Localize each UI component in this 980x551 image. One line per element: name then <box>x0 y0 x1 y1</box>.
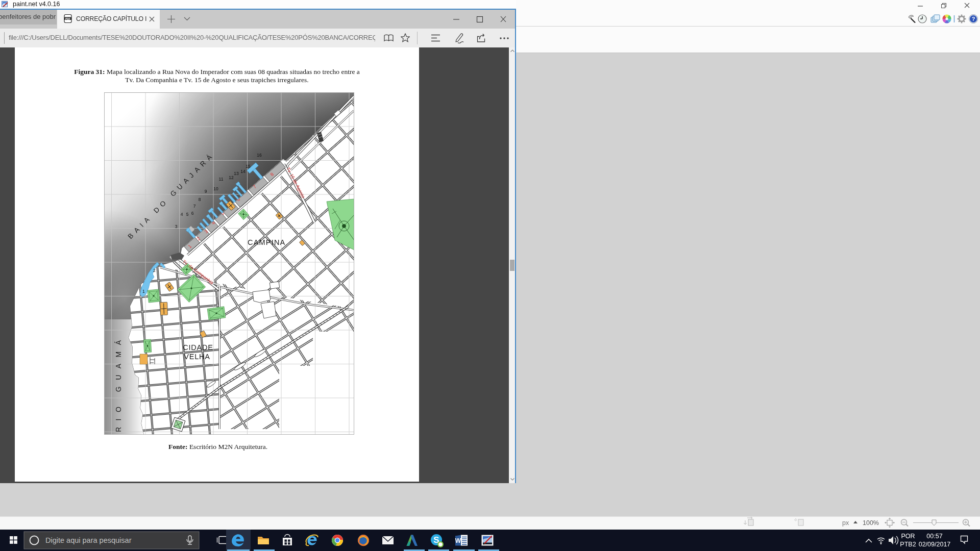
svg-text:W: W <box>455 537 461 544</box>
svg-text:Digite aqui para pesquisar: Digite aqui para pesquisar <box>45 536 132 544</box>
svg-text:VELHA: VELHA <box>184 353 210 361</box>
svg-text:1: 1 <box>142 289 145 294</box>
svg-text:10: 10 <box>213 186 218 191</box>
svg-text:2: 2 <box>153 268 156 273</box>
svg-text:100%: 100% <box>863 519 879 527</box>
svg-text:15: 15 <box>246 164 251 169</box>
svg-text:PTB2: PTB2 <box>900 541 916 548</box>
svg-text:7: 7 <box>193 204 196 209</box>
svg-text:px: px <box>842 519 849 527</box>
svg-text:00:57: 00:57 <box>926 533 942 540</box>
svg-text:4: 4 <box>181 212 183 217</box>
svg-text:8: 8 <box>199 197 201 202</box>
svg-text:12: 12 <box>229 175 234 180</box>
svg-text:02/09/2017: 02/09/2017 <box>919 541 951 548</box>
svg-text:PDF: PDF <box>65 17 70 20</box>
svg-text:POR: POR <box>901 533 915 540</box>
svg-text:CAMPINA: CAMPINA <box>248 238 285 246</box>
svg-text:3: 3 <box>175 224 178 229</box>
svg-text:9: 9 <box>205 189 207 194</box>
svg-text:RIO GUAMÁ: RIO GUAMÁ <box>114 334 122 432</box>
svg-text:CIDADE: CIDADE <box>183 343 213 352</box>
svg-text:13: 13 <box>234 171 239 176</box>
svg-text:5: 5 <box>186 212 189 217</box>
svg-text:?: ? <box>972 16 975 22</box>
svg-text:6: 6 <box>191 211 194 216</box>
svg-text:11: 11 <box>219 177 224 182</box>
svg-text:16: 16 <box>257 153 262 158</box>
svg-text:14: 14 <box>240 169 246 174</box>
